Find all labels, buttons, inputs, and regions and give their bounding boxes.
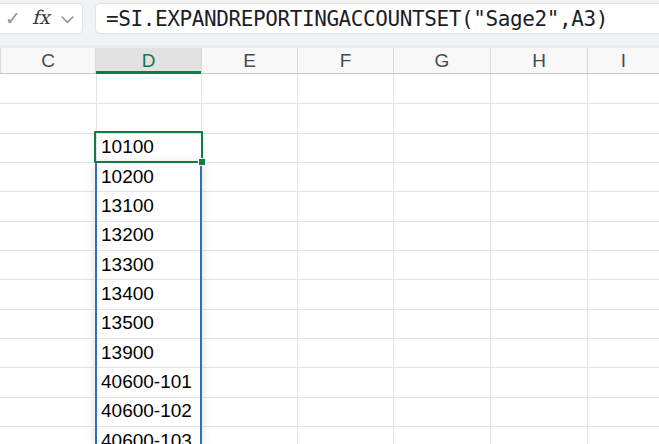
column-header-row: C D E F G H I <box>0 48 659 74</box>
gridline-vertical <box>297 74 298 444</box>
column-header-f[interactable]: F <box>298 48 394 73</box>
gridline-vertical <box>393 74 394 444</box>
cell-d5[interactable]: 13100 <box>96 191 201 220</box>
active-cell-border[interactable] <box>94 131 203 163</box>
cell-d10[interactable]: 13900 <box>96 338 201 367</box>
formula-text: =SI.EXPANDREPORTINGACCOUNTSET("Sage2",A3… <box>106 7 608 31</box>
fill-handle[interactable] <box>198 158 206 166</box>
gridline-vertical <box>201 74 202 444</box>
cell-d6[interactable]: 13200 <box>96 221 201 250</box>
chevron-down-icon[interactable] <box>61 16 74 24</box>
enter-check-icon[interactable]: ✓ <box>5 9 21 28</box>
worksheet-grid[interactable]: 10100 10200 13100 13200 13300 13400 1350… <box>0 74 659 444</box>
cell-d11[interactable]: 40600-101 <box>96 367 201 396</box>
cell-d4[interactable]: 10200 <box>96 162 201 191</box>
column-header-e[interactable]: E <box>202 48 298 73</box>
column-header-i[interactable]: I <box>588 48 659 73</box>
gridline-horizontal <box>0 103 659 104</box>
column-header-c[interactable]: C <box>0 48 96 73</box>
spreadsheet-window: ✓ fx =SI.EXPANDREPORTINGACCOUNTSET("Sage… <box>0 0 659 444</box>
cell-d13[interactable]: 40600-103 <box>96 426 201 444</box>
column-header-h[interactable]: H <box>491 48 588 73</box>
column-header-d[interactable]: D <box>96 48 202 73</box>
insert-function-fx-icon[interactable]: fx <box>32 8 50 29</box>
cell-d9[interactable]: 13500 <box>96 309 201 338</box>
cell-d8[interactable]: 13400 <box>96 279 201 308</box>
formula-bar-controls: ✓ fx <box>0 3 83 34</box>
column-header-g[interactable]: G <box>394 48 491 73</box>
gridline-vertical <box>587 74 588 444</box>
formula-bar: ✓ fx =SI.EXPANDREPORTINGACCOUNTSET("Sage… <box>0 0 659 45</box>
gridline-vertical <box>490 74 491 444</box>
cell-d12[interactable]: 40600-102 <box>96 397 201 426</box>
cell-d7[interactable]: 13300 <box>96 250 201 279</box>
formula-input[interactable]: =SI.EXPANDREPORTINGACCOUNTSET("Sage2",A3… <box>95 3 659 34</box>
